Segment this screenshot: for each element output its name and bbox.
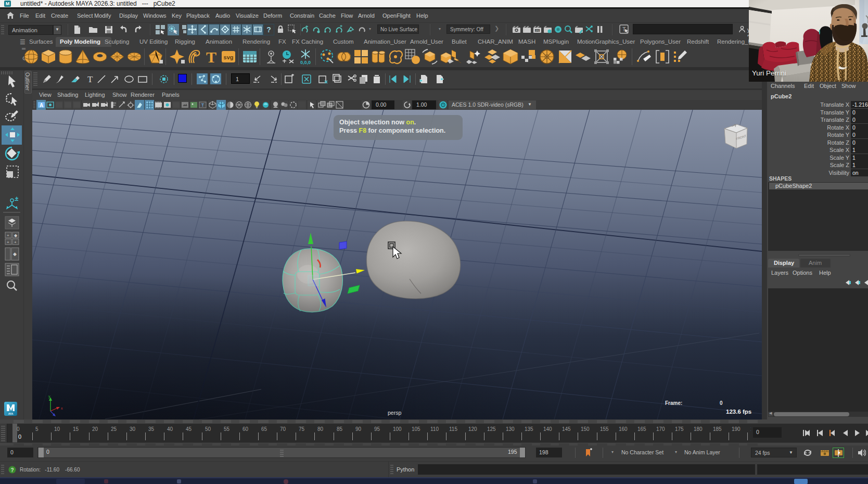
svg-text:AYA: AYA — [8, 412, 14, 415]
svg-text:IPR: IPR — [535, 30, 540, 32]
svg-text:M: M — [6, 1, 10, 6]
svg-text:◆: ◆ — [14, 233, 18, 238]
svg-text:T: T — [87, 74, 93, 84]
svg-text:T: T — [201, 103, 205, 108]
svg-text:+: + — [14, 240, 17, 245]
svg-text:4: 4 — [97, 101, 99, 105]
svg-text:?: ? — [10, 467, 14, 473]
svg-text:+: + — [7, 240, 9, 245]
svg-text:x: x — [61, 406, 63, 410]
svg-text:svg: svg — [224, 54, 234, 60]
svg-text:?: ? — [266, 26, 271, 34]
svg-text:+: + — [7, 233, 9, 238]
svg-text:T: T — [206, 48, 216, 65]
svg-text:0,0,0: 0,0,0 — [300, 60, 311, 65]
svg-text:A: A — [40, 103, 43, 108]
svg-text:◆: ◆ — [13, 251, 17, 257]
svg-text:y: y — [48, 394, 50, 399]
